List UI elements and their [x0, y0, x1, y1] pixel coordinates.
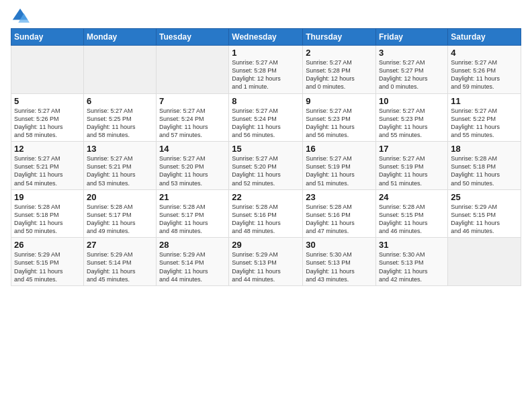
day-number: 18: [451, 144, 518, 154]
header: [11, 7, 521, 26]
day-number: 24: [379, 192, 445, 202]
day-number: 10: [379, 96, 445, 106]
day-info: Sunrise: 5:27 AM Sunset: 5:24 PM Dayligh…: [159, 107, 226, 140]
calendar-cell: [11, 46, 84, 94]
main-container: SundayMondayTuesdayWednesdayThursdayFrid…: [0, 0, 532, 293]
day-info: Sunrise: 5:27 AM Sunset: 5:19 PM Dayligh…: [306, 154, 373, 187]
day-info: Sunrise: 5:27 AM Sunset: 5:21 PM Dayligh…: [14, 154, 81, 187]
day-info: Sunrise: 5:27 AM Sunset: 5:20 PM Dayligh…: [232, 154, 300, 187]
day-number: 5: [14, 96, 81, 106]
day-number: 21: [159, 192, 226, 202]
day-number: 26: [14, 240, 81, 250]
calendar-cell: 5Sunrise: 5:27 AM Sunset: 5:26 PM Daylig…: [11, 93, 84, 142]
calendar-cell: 25Sunrise: 5:29 AM Sunset: 5:15 PM Dayli…: [448, 189, 521, 238]
day-number: 19: [14, 192, 81, 202]
day-info: Sunrise: 5:27 AM Sunset: 5:19 PM Dayligh…: [379, 154, 445, 187]
day-info: Sunrise: 5:29 AM Sunset: 5:15 PM Dayligh…: [14, 250, 81, 283]
day-info: Sunrise: 5:27 AM Sunset: 5:23 PM Dayligh…: [379, 107, 445, 140]
day-number: 23: [306, 192, 373, 202]
day-number: 7: [159, 96, 226, 106]
calendar-cell: 6Sunrise: 5:27 AM Sunset: 5:25 PM Daylig…: [83, 93, 156, 142]
calendar-week-1: 1Sunrise: 5:27 AM Sunset: 5:28 PM Daylig…: [11, 46, 521, 94]
day-info: Sunrise: 5:29 AM Sunset: 5:14 PM Dayligh…: [159, 250, 226, 283]
calendar-cell: 18Sunrise: 5:28 AM Sunset: 5:18 PM Dayli…: [448, 142, 521, 190]
calendar-cell: 14Sunrise: 5:27 AM Sunset: 5:20 PM Dayli…: [157, 142, 229, 190]
calendar-cell: 27Sunrise: 5:29 AM Sunset: 5:14 PM Dayli…: [83, 238, 156, 286]
day-info: Sunrise: 5:27 AM Sunset: 5:28 PM Dayligh…: [306, 58, 373, 91]
day-info: Sunrise: 5:27 AM Sunset: 5:28 PM Dayligh…: [232, 58, 300, 91]
calendar-cell: 19Sunrise: 5:28 AM Sunset: 5:18 PM Dayli…: [11, 189, 84, 238]
weekday-header-wednesday: Wednesday: [229, 29, 303, 46]
day-number: 31: [379, 240, 445, 250]
day-number: 4: [451, 48, 518, 58]
day-number: 17: [379, 144, 445, 154]
calendar-week-5: 26Sunrise: 5:29 AM Sunset: 5:15 PM Dayli…: [11, 238, 521, 286]
day-info: Sunrise: 5:28 AM Sunset: 5:15 PM Dayligh…: [379, 203, 445, 236]
day-number: 15: [232, 144, 300, 154]
calendar-cell: 12Sunrise: 5:27 AM Sunset: 5:21 PM Dayli…: [11, 142, 84, 190]
day-number: 27: [87, 240, 153, 250]
calendar-cell: 3Sunrise: 5:27 AM Sunset: 5:27 PM Daylig…: [376, 46, 448, 94]
calendar-cell: 9Sunrise: 5:27 AM Sunset: 5:23 PM Daylig…: [303, 93, 376, 142]
calendar-cell: 26Sunrise: 5:29 AM Sunset: 5:15 PM Dayli…: [11, 238, 84, 286]
day-info: Sunrise: 5:28 AM Sunset: 5:17 PM Dayligh…: [159, 203, 226, 236]
day-number: 22: [232, 192, 300, 202]
day-info: Sunrise: 5:29 AM Sunset: 5:13 PM Dayligh…: [232, 250, 300, 283]
weekday-header-monday: Monday: [83, 29, 156, 46]
day-number: 14: [159, 144, 226, 154]
calendar-cell: 17Sunrise: 5:27 AM Sunset: 5:19 PM Dayli…: [376, 142, 448, 190]
day-number: 1: [232, 48, 300, 58]
day-info: Sunrise: 5:30 AM Sunset: 5:13 PM Dayligh…: [306, 250, 373, 283]
calendar-week-3: 12Sunrise: 5:27 AM Sunset: 5:21 PM Dayli…: [11, 142, 521, 190]
calendar-week-2: 5Sunrise: 5:27 AM Sunset: 5:26 PM Daylig…: [11, 93, 521, 142]
day-number: 12: [14, 144, 81, 154]
day-info: Sunrise: 5:28 AM Sunset: 5:16 PM Dayligh…: [306, 203, 373, 236]
day-info: Sunrise: 5:28 AM Sunset: 5:18 PM Dayligh…: [451, 154, 518, 187]
calendar-cell: 28Sunrise: 5:29 AM Sunset: 5:14 PM Dayli…: [157, 238, 229, 286]
calendar-cell: [157, 46, 229, 94]
calendar-cell: 11Sunrise: 5:27 AM Sunset: 5:22 PM Dayli…: [448, 93, 521, 142]
calendar-week-4: 19Sunrise: 5:28 AM Sunset: 5:18 PM Dayli…: [11, 189, 521, 238]
calendar-header-row: SundayMondayTuesdayWednesdayThursdayFrid…: [11, 29, 521, 46]
day-number: 20: [87, 192, 153, 202]
day-info: Sunrise: 5:27 AM Sunset: 5:25 PM Dayligh…: [87, 107, 153, 140]
calendar-cell: 4Sunrise: 5:27 AM Sunset: 5:26 PM Daylig…: [448, 46, 521, 94]
logo: [11, 7, 32, 26]
day-number: 6: [87, 96, 153, 106]
day-number: 11: [451, 96, 518, 106]
day-info: Sunrise: 5:27 AM Sunset: 5:27 PM Dayligh…: [379, 58, 445, 91]
calendar-cell: 15Sunrise: 5:27 AM Sunset: 5:20 PM Dayli…: [229, 142, 303, 190]
calendar-cell: 10Sunrise: 5:27 AM Sunset: 5:23 PM Dayli…: [376, 93, 448, 142]
weekday-header-friday: Friday: [376, 29, 448, 46]
weekday-header-tuesday: Tuesday: [157, 29, 229, 46]
calendar-cell: 29Sunrise: 5:29 AM Sunset: 5:13 PM Dayli…: [229, 238, 303, 286]
weekday-header-sunday: Sunday: [11, 29, 84, 46]
calendar-cell: 30Sunrise: 5:30 AM Sunset: 5:13 PM Dayli…: [303, 238, 376, 286]
logo-icon: [11, 7, 30, 26]
day-info: Sunrise: 5:30 AM Sunset: 5:13 PM Dayligh…: [379, 250, 445, 283]
day-info: Sunrise: 5:27 AM Sunset: 5:22 PM Dayligh…: [451, 107, 518, 140]
calendar-cell: 13Sunrise: 5:27 AM Sunset: 5:21 PM Dayli…: [83, 142, 156, 190]
calendar-cell: 7Sunrise: 5:27 AM Sunset: 5:24 PM Daylig…: [157, 93, 229, 142]
day-info: Sunrise: 5:28 AM Sunset: 5:18 PM Dayligh…: [14, 203, 81, 236]
calendar-cell: 22Sunrise: 5:28 AM Sunset: 5:16 PM Dayli…: [229, 189, 303, 238]
day-number: 13: [87, 144, 153, 154]
day-number: 2: [306, 48, 373, 58]
day-info: Sunrise: 5:29 AM Sunset: 5:15 PM Dayligh…: [451, 203, 518, 236]
day-info: Sunrise: 5:29 AM Sunset: 5:14 PM Dayligh…: [87, 250, 153, 283]
calendar-cell: [448, 238, 521, 286]
day-number: 25: [451, 192, 518, 202]
day-number: 3: [379, 48, 445, 58]
day-number: 8: [232, 96, 300, 106]
day-number: 16: [306, 144, 373, 154]
day-info: Sunrise: 5:28 AM Sunset: 5:17 PM Dayligh…: [87, 203, 153, 236]
calendar-cell: 8Sunrise: 5:27 AM Sunset: 5:24 PM Daylig…: [229, 93, 303, 142]
calendar-cell: 31Sunrise: 5:30 AM Sunset: 5:13 PM Dayli…: [376, 238, 448, 286]
calendar-cell: 1Sunrise: 5:27 AM Sunset: 5:28 PM Daylig…: [229, 46, 303, 94]
calendar-cell: 20Sunrise: 5:28 AM Sunset: 5:17 PM Dayli…: [83, 189, 156, 238]
day-info: Sunrise: 5:27 AM Sunset: 5:24 PM Dayligh…: [232, 107, 300, 140]
weekday-header-saturday: Saturday: [448, 29, 521, 46]
calendar-cell: 2Sunrise: 5:27 AM Sunset: 5:28 PM Daylig…: [303, 46, 376, 94]
day-info: Sunrise: 5:27 AM Sunset: 5:20 PM Dayligh…: [159, 154, 226, 187]
day-info: Sunrise: 5:28 AM Sunset: 5:16 PM Dayligh…: [232, 203, 300, 236]
